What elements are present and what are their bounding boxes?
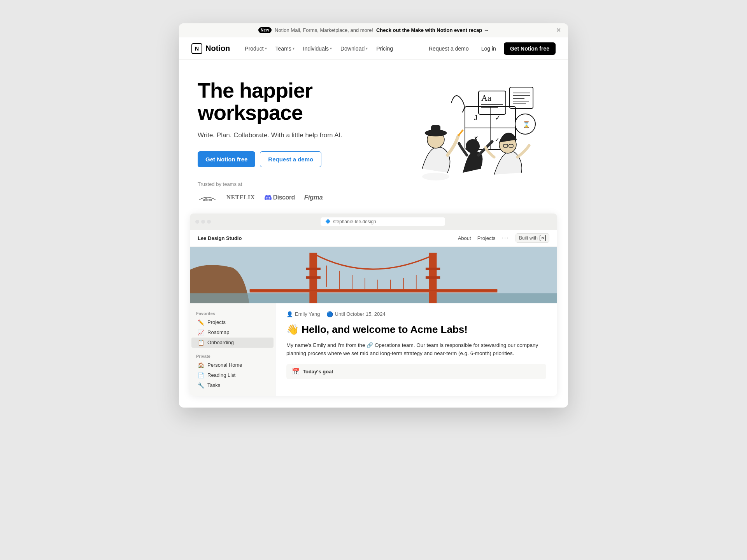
svg-line-24 [458,130,463,136]
sidebar-item-projects[interactable]: ✏️ Projects [191,317,274,327]
sidebar-item-personal-home[interactable]: 🏠 Personal Home [191,360,274,370]
nav-teams[interactable]: Teams ▾ [272,43,298,54]
svg-text:affirm: affirm [203,198,212,201]
chevron-down-icon: ▾ [293,46,295,51]
browser-dots [195,220,211,224]
figma-logo: Figma [304,194,323,201]
svg-rect-5 [510,87,533,108]
person-icon: 👤 [286,311,293,317]
hero-subtitle: Write. Plan. Collaborate. With a little … [198,130,369,140]
close-button[interactable]: ✕ [556,27,561,33]
browser-dot-red [195,220,199,224]
browser-chrome: 🔷 stephanie-lee.design [190,214,557,230]
browser-mockup: 🔷 stephanie-lee.design Lee Design Studio… [190,214,557,396]
logo-icon: N [191,43,202,54]
projects-icon: ✏️ [198,319,204,326]
discord-logo: Discord [265,194,295,201]
browser-dot-yellow [201,220,205,224]
nav-product[interactable]: Product ▾ [241,43,270,54]
page-title: 👋 Hello, and welcome to Acme Labs! [286,324,546,336]
favicon: 🔷 [325,219,331,224]
hero-buttons: Get Notion free Request a demo [198,151,369,167]
nav-download[interactable]: Download ▾ [337,43,372,54]
svg-text:J: J [474,114,477,122]
reading-list-icon: 📄 [198,372,204,378]
hero-title: The happier workspace [198,79,369,123]
new-badge: New [258,27,272,33]
nav-links: Product ▾ Teams ▾ Individuals ▾ Download… [241,43,424,54]
roadmap-icon: 📈 [198,329,204,336]
announcement-link[interactable]: Check out the Make with Notion event rec… [376,27,489,33]
notion-hero-image [190,247,557,303]
notion-content-area: Favorites ✏️ Projects 📈 Roadmap 📋 Onboar… [190,303,557,396]
svg-text:✓: ✓ [495,136,500,143]
address-bar-url: stephanie-lee.design [333,219,376,224]
browser-dot-green [207,220,211,224]
svg-rect-23 [431,125,440,134]
more-options-button[interactable]: ··· [502,234,509,242]
hero-illustration: Aa J ✓ ✗ ✓ [389,79,537,188]
private-section-title: Private [190,352,275,360]
login-button[interactable]: Log in [477,43,501,54]
request-demo-button[interactable]: Request a demo [424,43,473,54]
nav-individuals[interactable]: Individuals ▾ [299,43,336,54]
sidebar-item-reading-list[interactable]: 📄 Reading List [191,370,274,380]
browser-window: New Notion Mail, Forms, Marketplace, and… [179,23,568,408]
notion-sidebar: Favorites ✏️ Projects 📈 Roadmap 📋 Onboar… [190,303,275,396]
svg-rect-35 [306,276,321,279]
sidebar-item-onboarding[interactable]: 📋 Onboarding [191,338,274,348]
personal-home-icon: 🏠 [198,362,204,368]
chevron-down-icon: ▾ [265,46,267,51]
get-notion-free-button-nav[interactable]: Get Notion free [504,42,556,55]
nav-pricing[interactable]: Pricing [372,43,397,54]
notion-callout: 📅 Today's goal [286,364,546,379]
favorites-section-title: Favorites [190,309,275,317]
svg-rect-37 [426,276,440,279]
site-nav-items: About Projects ··· Built with N [458,233,549,243]
hero-left: The happier workspace Write. Plan. Colla… [198,79,369,202]
site-name: Lee Design Studio [198,235,452,241]
trusted-logos: affirm NETFLIX Discord Figma [198,193,369,202]
netflix-logo: NETFLIX [226,194,255,201]
meta-author: 👤 Emily Yang [286,311,320,317]
sidebar-item-roadmap[interactable]: 📈 Roadmap [191,327,274,338]
logo[interactable]: N Notion [191,43,230,54]
chevron-down-icon: ▾ [330,46,332,51]
built-with: Built with N [516,233,549,243]
notion-n-icon: N [540,235,546,241]
request-demo-button-hero[interactable]: Request a demo [260,151,321,167]
svg-rect-31 [190,293,557,303]
trusted-by-label: Trusted by teams at [198,181,369,187]
svg-rect-36 [426,268,440,270]
golden-gate-svg [190,247,557,303]
svg-point-25 [466,139,480,153]
hero-section: The happier workspace Write. Plan. Colla… [179,60,568,214]
logo-text: Notion [205,44,230,53]
nav-right: Request a demo Log in Get Notion free [424,42,556,55]
browser-address-bar[interactable]: 🔷 stephanie-lee.design [321,217,445,226]
announcement-text: Notion Mail, Forms, Marketplace, and mor… [275,27,373,33]
notion-meta: 👤 Emily Yang 🔵 Until October 15, 2024 [286,311,546,317]
tasks-icon: 🔧 [198,382,204,388]
callout-label: Today's goal [303,369,333,374]
announcement-bar: New Notion Mail, Forms, Marketplace, and… [179,23,568,37]
notion-site-nav: Lee Design Studio About Projects ··· Bui… [190,230,557,247]
affirm-logo: affirm [198,193,217,202]
svg-point-20 [422,173,449,180]
callout-icon: 📅 [292,368,300,375]
built-with-label: Built with [519,235,538,241]
page-body: My name's Emily and I'm from the 🔗 Opera… [286,341,546,358]
sidebar-item-tasks[interactable]: 🔧 Tasks [191,380,274,390]
svg-text:Aa: Aa [481,93,491,103]
site-nav-about[interactable]: About [458,235,471,241]
svg-rect-34 [306,268,321,270]
hero-right: Aa J ✓ ✗ ✓ [377,79,549,188]
calendar-icon: 🔵 [326,311,333,317]
svg-text:⌛: ⌛ [523,121,530,128]
get-notion-free-button-hero[interactable]: Get Notion free [198,151,255,167]
navbar: N Notion Product ▾ Teams ▾ Individuals ▾… [179,37,568,60]
notion-main-content: 👤 Emily Yang 🔵 Until October 15, 2024 👋 … [275,303,557,396]
meta-date: 🔵 Until October 15, 2024 [326,311,386,317]
site-nav-projects[interactable]: Projects [477,235,496,241]
chevron-down-icon: ▾ [366,46,368,51]
